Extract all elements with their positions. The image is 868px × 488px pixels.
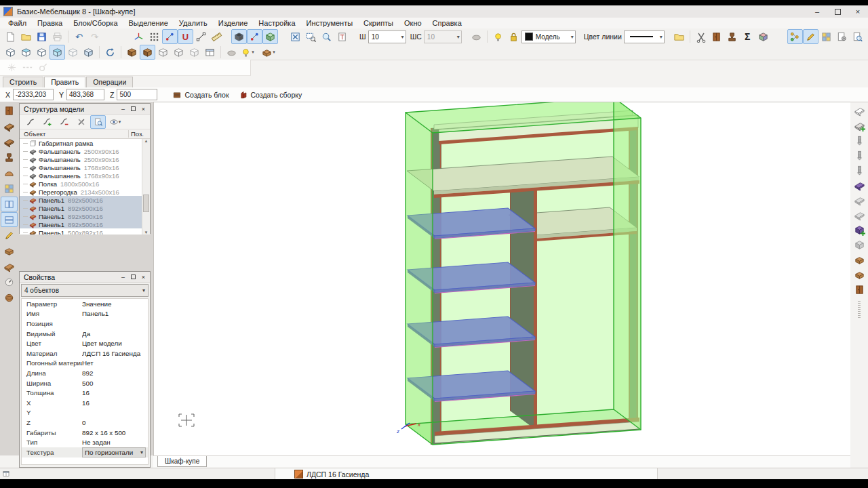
wireframe-hidden-button[interactable] [171, 45, 186, 60]
tree-item-partition[interactable]: Перегородка2134x500x16 [20, 188, 142, 196]
window-close-button[interactable]: × [848, 5, 868, 18]
property-value[interactable]: 500 [82, 380, 148, 387]
rotation-tool[interactable] [1, 274, 18, 289]
sheet-view-button[interactable] [334, 29, 350, 44]
menu-scripts[interactable]: Скрипты [358, 18, 399, 28]
confirmat-tool[interactable] [851, 148, 868, 163]
tree-scrollbar[interactable]: ▲ ▼ [142, 139, 150, 235]
toolbar-drag-handle[interactable] [858, 301, 861, 319]
block-tool[interactable] [851, 237, 868, 252]
save-button[interactable] [34, 29, 50, 44]
facade-grid-tool[interactable] [1, 181, 18, 196]
split-view-button[interactable] [202, 45, 218, 60]
status-grid-icon[interactable] [2, 470, 10, 478]
tab-operations[interactable]: Операции [86, 77, 133, 87]
select-mode-2-button[interactable] [247, 29, 262, 44]
view-top-button[interactable] [34, 45, 50, 60]
document-tab[interactable]: Шкаф-купе [157, 456, 207, 467]
materials-box-button[interactable]: ▾ [260, 45, 276, 60]
add-edge-button[interactable] [39, 115, 55, 129]
tree-item-falsepanel-3[interactable]: Фальшпанель1768x90x16 [20, 163, 142, 171]
menu-window[interactable]: Окно [399, 18, 427, 28]
box-tool[interactable] [851, 267, 868, 282]
structure-tree-button[interactable] [787, 29, 803, 44]
arch-element-tool[interactable] [1, 165, 18, 180]
tree-item-falsepanel-1[interactable]: Фальшпанель2500x90x16 [20, 147, 142, 155]
rotate-view-button[interactable] [102, 45, 118, 60]
node-snap-button[interactable] [162, 29, 178, 44]
sum-button[interactable]: Σ [740, 29, 755, 44]
panel-minimize-button[interactable]: – [119, 105, 127, 113]
panel-close-button[interactable]: × [139, 273, 148, 281]
dowel-tool[interactable] [851, 163, 868, 178]
menu-selection[interactable]: Выделение [123, 18, 174, 28]
visibility-button[interactable]: ▾ [107, 115, 123, 129]
property-value[interactable]: 16 [82, 399, 148, 407]
new-document-button[interactable] [3, 29, 18, 44]
texture-dropdown[interactable]: По горизонтали▾ [82, 447, 146, 458]
property-value[interactable]: ЛДСП 16 Гасиенда [82, 350, 148, 357]
seam-width-combo[interactable]: 10▾ [424, 30, 462, 43]
panel-minimize-button[interactable]: – [119, 273, 127, 281]
property-value[interactable]: 0 [82, 419, 148, 426]
panel-restore-button[interactable] [129, 273, 138, 281]
construction-lines-tool[interactable] [4, 60, 20, 75]
view-back-button[interactable] [65, 45, 81, 60]
document-settings-button[interactable] [834, 29, 850, 44]
property-value[interactable]: Не задан [82, 439, 148, 446]
panel-sheet-tool[interactable] [1, 150, 18, 165]
axes-button[interactable] [131, 29, 146, 44]
undo-button[interactable]: ↶ [71, 29, 87, 44]
add-fastener-tool[interactable] [851, 178, 868, 192]
position-column-header[interactable]: Поз. [128, 130, 150, 138]
cabinet-tool[interactable] [1, 103, 18, 118]
create-assembly-button[interactable]: Создать сборку [239, 90, 302, 100]
panel-close-button[interactable]: × [139, 105, 148, 113]
dimension-tool[interactable] [35, 60, 51, 75]
property-value[interactable]: Цвет модели [82, 340, 148, 347]
tree-item-panel1-4[interactable]: Панель1892x500x16 [20, 220, 142, 228]
window-restore-button[interactable] [827, 5, 848, 18]
menu-product[interactable]: Изделие [213, 18, 254, 28]
cabinet-library-button[interactable] [865, 29, 868, 44]
press-tool-button[interactable] [469, 29, 484, 44]
structure-panel-titlebar[interactable]: Структура модели – × [20, 104, 150, 115]
preview-document-button[interactable] [90, 115, 106, 129]
tree-item-falsepanel-2[interactable]: Фальшпанель2500x90x16 [20, 155, 142, 163]
line-color-combo[interactable]: ▾ [624, 30, 665, 43]
select-mode-3-button[interactable] [262, 29, 278, 44]
tree-scroll-thumb[interactable] [143, 195, 149, 212]
shaded-edges-button[interactable] [140, 45, 155, 60]
tools-button[interactable] [73, 115, 89, 129]
material-box-button[interactable] [755, 29, 771, 44]
viewport-3d[interactable]: x z [153, 102, 850, 455]
remove-edge-button[interactable] [56, 115, 72, 129]
lock-toggle-button[interactable] [506, 29, 521, 44]
window-minimize-button[interactable]: – [807, 5, 827, 18]
document-search-button[interactable] [850, 29, 865, 44]
zoom-window-button[interactable] [303, 29, 319, 44]
view-iso-button[interactable] [50, 45, 65, 60]
tree-item-panel1-3[interactable]: Панель1892x500x16 [20, 212, 142, 220]
open-file-button[interactable] [18, 29, 34, 44]
panel-restore-button[interactable] [129, 105, 138, 113]
menu-file[interactable]: Файл [3, 18, 32, 28]
material-status[interactable]: ЛДСП 16 Гасиенда [275, 468, 658, 479]
tree-item-panel1-5[interactable]: Панель1500x892x16 [20, 228, 142, 235]
view-front-button[interactable] [3, 45, 18, 60]
sphere-element-tool[interactable] [1, 290, 18, 305]
shelf-board-tool[interactable] [1, 134, 18, 149]
ruler-button[interactable] [209, 29, 224, 44]
select-mode-1-button[interactable] [231, 29, 247, 44]
light-toggle-button[interactable] [490, 29, 506, 44]
menu-edit[interactable]: Правка [32, 18, 68, 28]
side-panel-tool[interactable] [1, 119, 18, 134]
object-column-header[interactable]: Объект [20, 130, 128, 138]
selection-count-dropdown[interactable]: 4 объектов ▾ [21, 284, 149, 297]
tab-edit[interactable]: Править [44, 77, 85, 87]
vertical-section-tool[interactable] [1, 197, 18, 211]
create-block-button[interactable]: Создать блок [172, 90, 229, 100]
cabinet-block-tool[interactable] [851, 282, 868, 297]
menu-delete[interactable]: Удалить [174, 18, 213, 28]
tab-build[interactable]: Строить [3, 77, 43, 87]
